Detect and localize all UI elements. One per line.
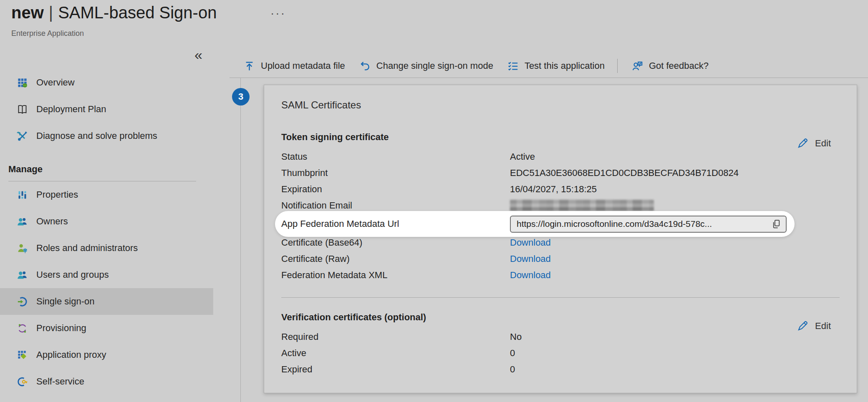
sidebar-item-label: Application proxy [36,349,106,360]
saml-sign-on-page: { "header": { "app_name": "new", "separa… [0,0,868,402]
status-row: Status Active [281,148,840,165]
certificate-raw-download-link[interactable]: Download [510,254,551,264]
active-label: Active [281,348,510,359]
single-sign-on-icon [17,296,28,307]
sidebar-item-label: Users and groups [36,269,109,280]
certificate-raw-row: Certificate (Raw) Download [281,251,840,267]
expired-value: 0 [510,364,515,375]
feedback-icon [632,60,643,72]
app-federation-metadata-url-row: App Federation Metadata Url https://logi… [281,211,840,237]
sidebar-section-manage: Manage [0,158,213,181]
book-icon [17,104,28,115]
upload-metadata-label: Upload metadata file [261,60,345,71]
sidebar-item-roles-administrators[interactable]: Roles and administrators [0,235,213,261]
expiration-label: Expiration [281,184,510,195]
test-application-button[interactable]: Test this application [507,60,605,72]
checklist-icon [507,60,519,72]
metadata-url-value: https://login.microsoftonline.com/d3a4c1… [517,219,768,229]
expiration-row: Expiration 16/04/2027, 15:18:25 [281,181,840,197]
sidebar-item-label: Properties [36,189,78,200]
token-certificate-details: Status Active Thumbprint EDC51A30E36068E… [281,148,840,283]
properties-icon [17,189,28,201]
metadata-url-label: App Federation Metadata Url [281,219,510,229]
title-separator: | [44,3,58,22]
federation-metadata-xml-download-link[interactable]: Download [510,270,551,281]
notification-email-label: Notification Email [281,200,510,211]
people-icon [17,269,28,281]
edit-token-certificate-button[interactable]: Edit [797,138,831,149]
sidebar-item-provisioning[interactable]: Provisioning [0,315,213,342]
certificate-base64-download-link[interactable]: Download [510,237,551,248]
tools-icon [17,131,28,142]
certificate-base64-label: Certificate (Base64) [281,237,510,248]
thumbprint-value: EDC51A30E36068ED1CD0CDB3BECFAD34B71D0824 [510,168,739,178]
sidebar-item-label: Owners [36,216,68,227]
status-label: Status [281,151,510,162]
sidebar-collapse-button[interactable]: « [194,48,202,62]
sidebar-nav: Overview Deployment Plan Diagnose and so… [0,69,213,395]
sidebar-item-application-proxy[interactable]: Application proxy [0,342,213,368]
copy-icon[interactable] [771,219,782,229]
sidebar-item-label: Deployment Plan [36,104,106,115]
expired-row: Expired 0 [281,361,840,377]
sidebar-item-label: Overview [36,77,75,88]
edit-label: Edit [815,138,831,149]
sidebar-item-users-groups[interactable]: Users and groups [0,261,213,288]
feedback-button[interactable]: Got feedback? [632,60,709,72]
people-icon [17,216,28,227]
thumbprint-label: Thumbprint [281,168,510,178]
verification-certificate-details: Required No Active 0 Expired 0 [281,329,840,377]
application-proxy-icon [17,349,28,361]
metadata-url-input[interactable]: https://login.microsoftonline.com/d3a4c1… [510,216,787,233]
saml-certificates-panel: SAML Certificates Token signing certific… [264,85,857,393]
sidebar-item-overview[interactable]: Overview [0,69,213,96]
upload-metadata-button[interactable]: Upload metadata file [244,60,345,72]
blade-title: SAML-based Sign-on [58,3,217,22]
required-label: Required [281,332,510,342]
app-name: new [11,3,44,22]
sidebar-item-self-service[interactable]: Self-service [0,368,213,395]
sidebar-item-owners[interactable]: Owners [0,208,213,235]
required-value: No [510,332,522,342]
status-value: Active [510,151,535,162]
sidebar-item-label: Roles and administrators [36,243,138,254]
step-3-badge: 3 [232,88,250,106]
step-timeline [240,78,241,402]
upload-icon [244,60,255,72]
sidebar-item-label: Single sign-on [36,296,94,307]
expired-label: Expired [281,364,510,375]
required-row: Required No [281,329,840,345]
active-value: 0 [510,348,515,359]
sidebar-item-label: Provisioning [36,323,86,334]
feedback-label: Got feedback? [649,60,709,71]
command-bar: Upload metadata file Change single sign-… [230,54,868,78]
test-application-label: Test this application [525,60,605,71]
section-divider [281,297,840,298]
sidebar-item-label: Diagnose and solve problems [36,131,157,141]
active-row: Active 0 [281,345,840,361]
more-menu-button[interactable]: ··· [270,7,286,20]
page-subtitle: Enterprise Application [11,29,84,38]
overview-icon [17,77,28,88]
verification-certificates-heading: Verification certificates (optional) [281,312,426,323]
certificate-raw-label: Certificate (Raw) [281,254,510,264]
notification-email-redacted-value [510,200,654,211]
thumbprint-row: Thumbprint EDC51A30E36068ED1CD0CDB3BECFA… [281,165,840,181]
change-sso-mode-label: Change single sign-on mode [376,60,493,71]
change-sso-mode-button[interactable]: Change single sign-on mode [359,60,493,72]
sidebar-item-single-sign-on[interactable]: Single sign-on [0,288,213,315]
pencil-icon [797,138,808,149]
token-signing-heading: Token signing certificate [281,132,389,143]
self-service-icon [17,376,28,387]
provisioning-icon [17,323,28,334]
federation-metadata-xml-label: Federation Metadata XML [281,270,510,281]
sidebar-item-diagnose[interactable]: Diagnose and solve problems [0,123,213,149]
sidebar-item-label: Self-service [36,376,84,387]
undo-arrow-icon [359,60,371,72]
page-title: new|SAML-based Sign-on [11,3,217,22]
sidebar-item-properties[interactable]: Properties [0,181,213,208]
role-person-icon [17,243,28,254]
sidebar-item-deployment-plan[interactable]: Deployment Plan [0,96,213,123]
panel-title: SAML Certificates [281,99,361,111]
toolbar-divider [617,59,618,73]
